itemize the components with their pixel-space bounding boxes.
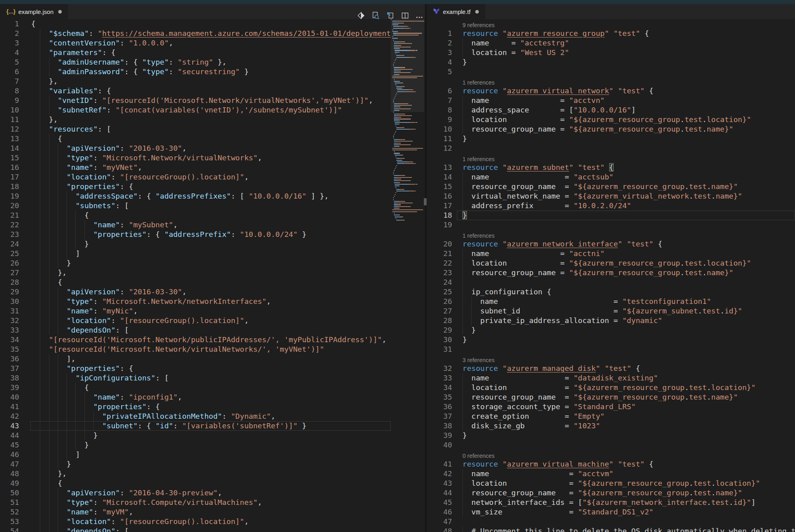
code-line[interactable]: 17 "location": "[resourceGroup().locatio… (0, 172, 391, 182)
line-number[interactable]: 19 (0, 191, 19, 201)
code-line[interactable]: 48 }, (0, 469, 391, 479)
code-line[interactable]: 11 }, (0, 115, 391, 124)
line-number[interactable]: 17 (0, 172, 19, 182)
code-line[interactable]: 46 ] (0, 450, 391, 459)
code-line[interactable]: 41 "properties": { (0, 402, 391, 412)
line-number[interactable]: 18 (427, 211, 452, 220)
line-number[interactable]: 24 (427, 278, 452, 287)
code-line[interactable]: 6resource "azurerm_virtual_network" "tes… (427, 86, 795, 96)
line-number[interactable]: 16 (427, 191, 452, 201)
tab-example-json[interactable]: {…} example.json (0, 4, 68, 19)
code-line[interactable]: 30 "type": "Microsoft.Network/networkInt… (0, 297, 391, 306)
line-number[interactable]: 39 (0, 383, 19, 392)
code-line[interactable]: 27 subnet_id = "${azurerm_subnet.test.id… (427, 306, 795, 316)
line-number[interactable]: 22 (0, 220, 19, 230)
code-line[interactable]: 22 location = "${azurerm_resource_group.… (427, 258, 795, 268)
line-number[interactable]: 4 (427, 57, 452, 67)
code-line[interactable]: 20resource "azurerm_network_interface" "… (427, 239, 795, 249)
line-number[interactable]: 14 (0, 144, 19, 153)
code-line[interactable]: 23 "properties": { "addressPrefix": "10.… (0, 230, 391, 239)
line-number[interactable]: 38 (0, 373, 19, 383)
line-number[interactable]: 42 (427, 469, 452, 479)
codelens-references[interactable]: 0 references (462, 450, 495, 461)
code-line[interactable]: 38 "ipConfigurations": [ (0, 373, 391, 383)
minimap[interactable] (391, 19, 424, 532)
code-line[interactable]: 46 vm_size = "Standard_DS1_v2" (427, 507, 795, 517)
line-number[interactable]: 36 (427, 402, 452, 412)
code-line[interactable]: 11} (427, 134, 795, 144)
code-line[interactable]: 43 "subnet": { "id": "[variables('subnet… (0, 421, 391, 431)
line-number[interactable]: 36 (0, 354, 19, 364)
line-number[interactable]: 42 (0, 412, 19, 421)
minimap-slider[interactable] (391, 19, 424, 112)
code-line[interactable]: 1{ (0, 19, 391, 29)
line-number[interactable]: 52 (0, 507, 19, 517)
line-number[interactable]: 48 (427, 526, 452, 532)
code-line[interactable]: 17 address_prefix = "10.0.2.0/24" (427, 201, 795, 211)
code-line[interactable]: 1resource "azurerm_resource_group" "test… (427, 29, 795, 38)
code-line[interactable]: 2 name = "acctestrg" (427, 38, 795, 48)
code-line[interactable]: 44 } (0, 431, 391, 440)
line-number[interactable]: 21 (427, 249, 452, 258)
line-number[interactable]: 1 (0, 19, 19, 29)
line-number[interactable]: 37 (0, 364, 19, 373)
line-number[interactable]: 18 (0, 182, 19, 191)
code-line[interactable]: 40 (427, 440, 795, 450)
line-number[interactable]: 7 (0, 77, 19, 86)
code-line[interactable]: 24 (427, 278, 795, 287)
line-number[interactable]: 11 (0, 115, 19, 124)
line-number[interactable]: 54 (0, 526, 19, 532)
line-number[interactable]: 10 (0, 105, 19, 115)
line-number[interactable]: 53 (0, 517, 19, 526)
code-line[interactable]: 39 { (0, 383, 391, 392)
code-line[interactable]: 13 { (0, 134, 391, 144)
line-number[interactable]: 12 (427, 144, 452, 153)
line-number[interactable]: 21 (0, 211, 19, 220)
line-number[interactable]: 3 (0, 38, 19, 48)
code-line[interactable]: 32resource "azurerm_managed_disk" "test"… (427, 364, 795, 373)
line-number[interactable]: 13 (0, 134, 19, 144)
code-line[interactable]: 42 name = "acctvm" (427, 469, 795, 479)
code-line[interactable]: 47 } (0, 459, 391, 469)
code-line[interactable]: 15 "type": "Microsoft.Network/virtualNet… (0, 153, 391, 163)
line-number[interactable]: 43 (427, 479, 452, 488)
code-line[interactable]: 21 { (0, 211, 391, 220)
line-number[interactable]: 1 (427, 29, 452, 38)
code-line[interactable]: 13resource "azurerm_subnet" "test" { (427, 163, 795, 172)
line-number[interactable]: 15 (0, 153, 19, 163)
code-line[interactable]: 29 "apiVersion": "2016-03-30", (0, 287, 391, 297)
code-line[interactable]: 28 { (0, 278, 391, 287)
code-line[interactable]: 45 network_interface_ids = ["${azurerm_n… (427, 498, 795, 507)
line-number[interactable]: 45 (427, 498, 452, 507)
code-line[interactable]: 38 disk_size_gb = "1023" (427, 421, 795, 431)
line-number[interactable]: 34 (0, 335, 19, 345)
code-line[interactable]: 36 storage_account_type = "Standard_LRS" (427, 402, 795, 412)
line-number[interactable]: 20 (0, 201, 19, 211)
code-line[interactable]: 8 address_space = ["10.0.0.0/16"] (427, 105, 795, 115)
line-number[interactable]: 33 (0, 325, 19, 335)
editor-pane-json[interactable]: 1{2 "$schema": "https://schema.managemen… (0, 19, 425, 532)
code-line[interactable]: 5 "adminUsername": { "type": "string" }, (0, 57, 391, 67)
line-number[interactable]: 5 (0, 57, 19, 67)
code-line[interactable]: 54 "dependsOn": [ (0, 526, 391, 532)
code-line[interactable]: 31 "name": "myNic", (0, 306, 391, 316)
code-line[interactable]: 32 "location": "[resourceGroup().locatio… (0, 316, 391, 325)
line-number[interactable]: 29 (427, 325, 452, 335)
line-number[interactable]: 47 (0, 459, 19, 469)
line-number[interactable]: 28 (0, 278, 19, 287)
line-number[interactable]: 32 (427, 364, 452, 373)
code-line[interactable]: 43 location = "${azurerm_resource_group.… (427, 479, 795, 488)
more-actions-icon[interactable]: … (415, 11, 424, 20)
line-number[interactable]: 17 (427, 201, 452, 211)
code-line[interactable]: 29 } (427, 325, 795, 335)
line-number[interactable]: 24 (0, 239, 19, 249)
line-number[interactable]: 6 (0, 67, 19, 77)
code-line[interactable]: 25 ] (0, 249, 391, 258)
line-number[interactable]: 40 (0, 392, 19, 402)
line-number[interactable]: 5 (427, 67, 452, 77)
line-number[interactable]: 26 (427, 297, 452, 306)
line-number[interactable]: 33 (427, 373, 452, 383)
code-line[interactable]: 30} (427, 335, 795, 345)
code-line[interactable]: 50 "apiVersion": "2016-04-30-preview", (0, 488, 391, 498)
code-line[interactable]: 34 location = "${azurerm_resource_group.… (427, 383, 795, 392)
